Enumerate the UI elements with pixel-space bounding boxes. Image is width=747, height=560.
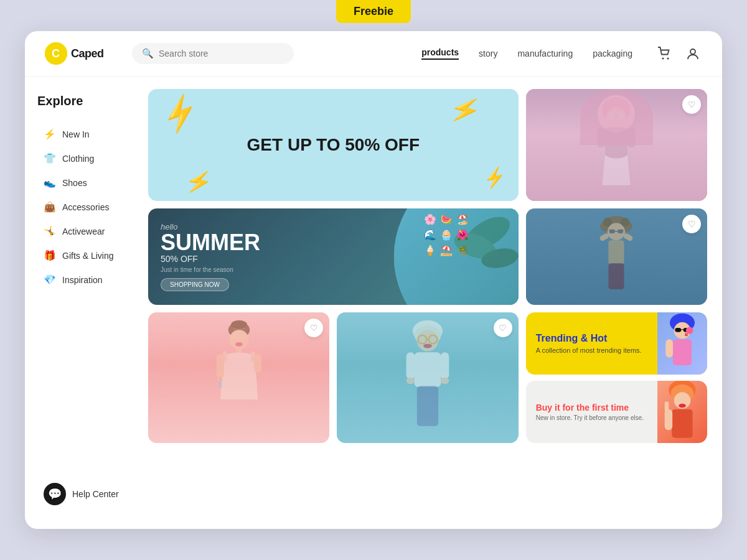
model-satin-figure — [148, 312, 329, 443]
wishlist-btn-1[interactable]: ♡ — [682, 95, 701, 114]
summer-off: 50% OFF — [161, 254, 260, 264]
trending-subtitle: A collection of most trending items. — [536, 347, 642, 354]
accessories-icon: 👜 — [44, 201, 56, 213]
svg-rect-63 — [673, 339, 692, 365]
sidebar-item-clothing[interactable]: 👕 Clothing — [37, 147, 131, 169]
svg-point-3 — [667, 58, 669, 60]
bolt-icon-bl: ⚡ — [184, 167, 215, 197]
svg-point-29 — [623, 231, 626, 233]
product-grid: ⚡ ⚡ ⚡ ⚡ GET UP TO 50% OFF ♡ — [148, 89, 707, 443]
summer-content: hello SUMMER 50% OFF Just in time for th… — [161, 222, 260, 291]
trending-content: Trending & Hot A collection of most tren… — [536, 333, 642, 354]
new-in-icon: ⚡ — [44, 128, 56, 140]
freebie-badge: Freebie — [336, 0, 411, 23]
nav-story[interactable]: story — [479, 49, 497, 58]
header: C Caped 🔍 products story manufacturing p… — [25, 31, 722, 77]
svg-rect-12 — [627, 128, 636, 147]
shoes-icon: 👟 — [44, 177, 56, 189]
svg-point-6 — [606, 107, 626, 127]
model-curly-card[interactable]: ♡ — [526, 208, 707, 305]
svg-rect-72 — [665, 409, 673, 430]
model-satin-card[interactable]: ♡ — [148, 312, 329, 443]
clothing-icon: 👕 — [44, 152, 56, 164]
nav-manufacturing[interactable]: manufacturing — [517, 49, 573, 58]
trending-title: Trending & Hot — [536, 333, 642, 344]
wishlist-btn-2[interactable]: ♡ — [682, 215, 701, 233]
svg-rect-10 — [606, 128, 628, 158]
account-button[interactable] — [684, 44, 702, 63]
sale-banner-card[interactable]: ⚡ ⚡ ⚡ ⚡ GET UP TO 50% OFF — [148, 89, 519, 201]
activewear-icon: 🤸 — [44, 225, 56, 237]
main-nav: products story manufacturing packaging — [421, 47, 632, 60]
help-icon: 💬 — [44, 483, 66, 505]
svg-point-54 — [406, 377, 415, 383]
cart-button[interactable] — [655, 44, 674, 63]
model-curly-figure — [526, 208, 707, 305]
model-pink-figure — [526, 89, 707, 201]
svg-rect-22 — [609, 230, 615, 233]
model-white-tee-card[interactable]: ♡ — [337, 312, 518, 443]
logo[interactable]: C Caped — [45, 42, 107, 65]
bolt-icon-tl: ⚡ — [156, 90, 204, 137]
svg-point-5 — [603, 97, 631, 123]
svg-point-50 — [423, 343, 432, 348]
svg-rect-11 — [598, 128, 606, 147]
svg-rect-23 — [618, 230, 624, 233]
buyfirst-card[interactable]: Buy it for the first time New in store. … — [526, 381, 707, 443]
svg-rect-52 — [406, 352, 415, 379]
svg-rect-30 — [609, 263, 624, 289]
svg-point-33 — [231, 320, 247, 329]
summer-title: SUMMER — [161, 231, 260, 254]
summer-subtitle: Just in time for the season — [161, 266, 260, 273]
nav-products[interactable]: products — [421, 47, 459, 60]
summer-shop-button[interactable]: SHOPPING NOW — [161, 278, 229, 291]
logo-icon: C — [45, 42, 67, 65]
buyfirst-subtitle: New in store. Try it before anyone else. — [536, 414, 644, 421]
bolt-icon-tr: ⚡ — [446, 91, 484, 128]
svg-point-55 — [441, 377, 449, 383]
sidebar-label-accessories: Accessories — [62, 202, 109, 212]
svg-point-4 — [690, 49, 695, 54]
sidebar-item-inspiration[interactable]: 💎 Inspiration — [37, 269, 131, 291]
svg-rect-64 — [665, 339, 673, 357]
svg-rect-59 — [675, 328, 681, 332]
sidebar-label-shoes: Shoes — [62, 178, 87, 188]
help-center[interactable]: 💬 Help Center — [37, 477, 131, 511]
model-pink-card[interactable]: ♡ — [526, 89, 707, 201]
header-icons — [655, 44, 702, 63]
svg-rect-40 — [254, 353, 261, 372]
sidebar-item-shoes[interactable]: 👟 Shoes — [37, 172, 131, 194]
summer-banner-card[interactable]: 🌸🍉🏖️ 🌊🧁🌺 🍦⛱️🌴 hello SUMMER 50% OFF Just … — [148, 208, 519, 305]
svg-point-28 — [608, 231, 610, 233]
svg-point-2 — [662, 58, 664, 60]
summer-emojis: 🌸🍉🏖️ 🌊🧁🌺 🍦⛱️🌴 — [424, 213, 469, 256]
app-container: C Caped 🔍 products story manufacturing p… — [25, 31, 722, 529]
sidebar-item-accessories[interactable]: 👜 Accessories — [37, 196, 131, 218]
svg-rect-42 — [218, 380, 222, 388]
svg-rect-73 — [665, 401, 669, 412]
sidebar-item-new-in[interactable]: ⚡ New In — [37, 123, 131, 145]
logo-name: Caped — [71, 47, 104, 60]
buyfirst-content: Buy it for the first time New in store. … — [536, 403, 644, 421]
help-center-label: Help Center — [72, 489, 119, 499]
svg-rect-56 — [417, 386, 438, 426]
content-area: ⚡ ⚡ ⚡ ⚡ GET UP TO 50% OFF ♡ — [143, 77, 722, 529]
trending-card[interactable]: Trending & Hot A collection of most tren… — [526, 312, 707, 375]
bolt-icon-br: ⚡ — [481, 165, 508, 190]
nav-packaging[interactable]: packaging — [593, 49, 632, 58]
svg-text:C: C — [52, 47, 60, 60]
trending-section: Trending & Hot A collection of most tren… — [526, 312, 707, 443]
sidebar: Explore ⚡ New In 👕 Clothing 👟 Shoes 👜 Ac… — [25, 77, 143, 529]
inspiration-icon: 💎 — [44, 274, 56, 286]
wishlist-btn-4[interactable]: ♡ — [494, 319, 512, 337]
sidebar-label-new-in: New In — [62, 129, 90, 139]
search-icon: 🔍 — [142, 48, 154, 59]
sidebar-label-activewear: Activewear — [62, 226, 105, 236]
search-input[interactable] — [159, 49, 284, 58]
sidebar-item-activewear[interactable]: 🤸 Activewear — [37, 220, 131, 242]
search-bar[interactable]: 🔍 — [132, 43, 294, 64]
svg-point-70 — [679, 404, 686, 408]
sidebar-label-gifts-living: Gifts & Living — [62, 251, 113, 261]
svg-rect-8 — [618, 114, 625, 119]
sidebar-item-gifts-living[interactable]: 🎁 Gifts & Living — [37, 245, 131, 266]
